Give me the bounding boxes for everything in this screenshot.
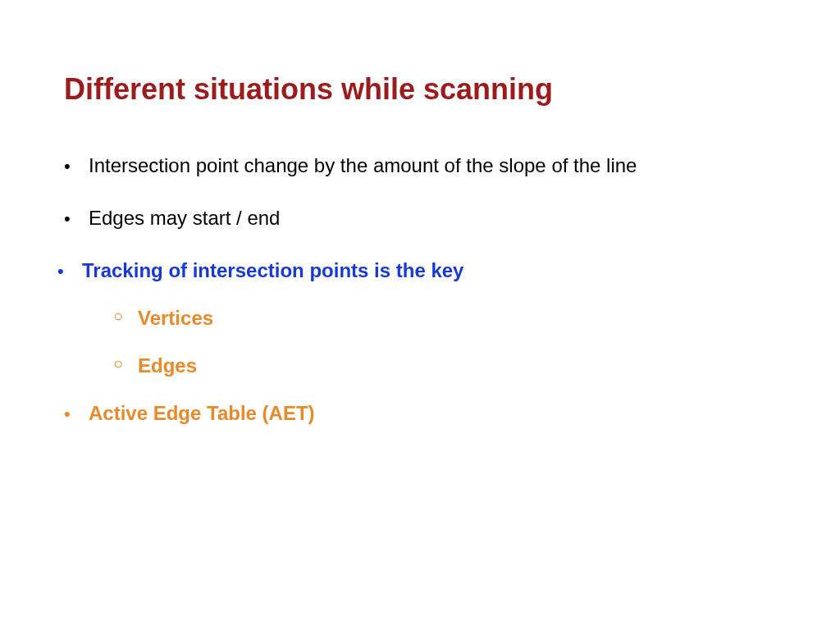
slide-bullet-list-continued: Active Edge Table (AET)	[64, 402, 776, 425]
list-item: Vertices	[113, 307, 776, 330]
list-item: Edges	[113, 354, 776, 377]
slide-title: Different situations while scanning	[64, 72, 776, 107]
bullet-dot-icon	[64, 154, 89, 177]
list-item: Active Edge Table (AET)	[64, 402, 776, 425]
circle-bullet-icon	[113, 354, 138, 373]
circle-bullet-icon	[113, 307, 138, 326]
list-item: Edges may start / end	[64, 207, 776, 230]
list-item: Intersection point change by the amount …	[64, 154, 776, 177]
slide-bullet-list: Intersection point change by the amount …	[64, 154, 776, 282]
sub-bullet-list: Vertices Edges	[64, 307, 776, 377]
bullet-text: Edges may start / end	[89, 207, 280, 230]
bullet-text: Intersection point change by the amount …	[89, 154, 637, 177]
sub-bullet-text: Edges	[138, 354, 197, 377]
bullet-dot-icon	[64, 207, 89, 230]
bullet-dot-icon	[64, 402, 89, 425]
bullet-text: Tracking of intersection points is the k…	[82, 259, 463, 282]
sub-bullet-text: Vertices	[138, 307, 213, 330]
list-item: Tracking of intersection points is the k…	[57, 259, 776, 282]
bullet-dot-icon	[57, 259, 82, 282]
bullet-text: Active Edge Table (AET)	[89, 402, 315, 425]
